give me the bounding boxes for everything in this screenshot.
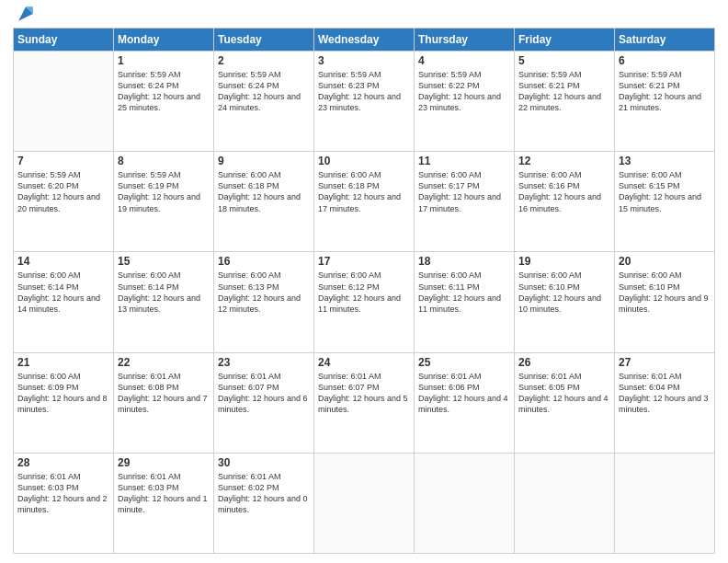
day-info: Sunrise: 6:00 AM Sunset: 6:10 PM Dayligh…	[518, 270, 601, 313]
day-info: Sunrise: 5:59 AM Sunset: 6:24 PM Dayligh…	[118, 70, 200, 112]
day-info: Sunrise: 6:01 AM Sunset: 6:05 PM Dayligh…	[518, 372, 609, 414]
calendar-cell: 8 Sunrise: 5:59 AM Sunset: 6:19 PM Dayli…	[114, 152, 214, 252]
calendar-cell: 17 Sunrise: 6:00 AM Sunset: 6:12 PM Dayl…	[314, 252, 415, 352]
day-info: Sunrise: 6:00 AM Sunset: 6:09 PM Dayligh…	[17, 372, 108, 414]
calendar-week-2: 7 Sunrise: 5:59 AM Sunset: 6:20 PM Dayli…	[14, 152, 715, 252]
day-number: 14	[17, 255, 109, 268]
day-info: Sunrise: 5:59 AM Sunset: 6:21 PM Dayligh…	[518, 70, 601, 112]
day-info: Sunrise: 6:00 AM Sunset: 6:14 PM Dayligh…	[118, 270, 200, 313]
day-number: 22	[118, 356, 210, 369]
day-info: Sunrise: 6:00 AM Sunset: 6:12 PM Dayligh…	[318, 270, 401, 313]
day-number: 27	[619, 356, 711, 369]
day-info: Sunrise: 6:01 AM Sunset: 6:04 PM Dayligh…	[619, 372, 709, 414]
calendar-cell: 15 Sunrise: 6:00 AM Sunset: 6:14 PM Dayl…	[114, 252, 214, 352]
calendar-cell: 2 Sunrise: 5:59 AM Sunset: 6:24 PM Dayli…	[214, 52, 314, 152]
day-info: Sunrise: 6:00 AM Sunset: 6:14 PM Dayligh…	[17, 270, 100, 313]
header-sunday: Sunday	[14, 29, 114, 52]
day-info: Sunrise: 6:00 AM Sunset: 6:16 PM Dayligh…	[518, 170, 601, 213]
calendar-cell	[615, 453, 715, 553]
calendar-cell: 4 Sunrise: 5:59 AM Sunset: 6:22 PM Dayli…	[415, 52, 515, 152]
day-info: Sunrise: 5:59 AM Sunset: 6:19 PM Dayligh…	[118, 170, 200, 213]
day-number: 19	[518, 255, 610, 268]
header-thursday: Thursday	[415, 29, 515, 52]
calendar-cell: 7 Sunrise: 5:59 AM Sunset: 6:20 PM Dayli…	[14, 152, 114, 252]
day-number: 8	[118, 155, 210, 167]
day-info: Sunrise: 6:00 AM Sunset: 6:10 PM Dayligh…	[619, 270, 709, 313]
day-info: Sunrise: 6:01 AM Sunset: 6:06 PM Dayligh…	[418, 372, 508, 414]
day-info: Sunrise: 6:01 AM Sunset: 6:07 PM Dayligh…	[318, 372, 408, 414]
weekday-header-row: Sunday Monday Tuesday Wednesday Thursday…	[14, 29, 715, 52]
calendar-week-4: 21 Sunrise: 6:00 AM Sunset: 6:09 PM Dayl…	[14, 352, 715, 453]
logo	[13, 13, 36, 24]
day-info: Sunrise: 6:00 AM Sunset: 6:15 PM Dayligh…	[619, 170, 701, 213]
day-info: Sunrise: 5:59 AM Sunset: 6:22 PM Dayligh…	[418, 70, 501, 112]
calendar-cell: 28 Sunrise: 6:01 AM Sunset: 6:03 PM Dayl…	[14, 453, 114, 553]
day-number: 3	[318, 54, 410, 67]
calendar-cell: 16 Sunrise: 6:00 AM Sunset: 6:13 PM Dayl…	[214, 252, 314, 352]
day-info: Sunrise: 6:01 AM Sunset: 6:02 PM Dayligh…	[218, 472, 308, 514]
day-info: Sunrise: 6:01 AM Sunset: 6:08 PM Dayligh…	[118, 372, 208, 414]
calendar-cell	[515, 453, 615, 553]
day-info: Sunrise: 6:00 AM Sunset: 6:17 PM Dayligh…	[418, 170, 501, 213]
day-number: 9	[218, 155, 310, 167]
day-info: Sunrise: 6:00 AM Sunset: 6:11 PM Dayligh…	[418, 270, 501, 313]
day-info: Sunrise: 6:01 AM Sunset: 6:03 PM Dayligh…	[17, 472, 108, 514]
day-number: 28	[17, 456, 109, 469]
header-monday: Monday	[114, 29, 214, 52]
header-saturday: Saturday	[615, 29, 715, 52]
day-number: 6	[619, 54, 711, 67]
calendar-cell: 1 Sunrise: 5:59 AM Sunset: 6:24 PM Dayli…	[114, 52, 214, 152]
day-number: 5	[518, 54, 610, 67]
day-number: 17	[318, 255, 410, 268]
day-info: Sunrise: 6:00 AM Sunset: 6:18 PM Dayligh…	[318, 170, 401, 213]
calendar-week-3: 14 Sunrise: 6:00 AM Sunset: 6:14 PM Dayl…	[14, 252, 715, 352]
day-info: Sunrise: 6:01 AM Sunset: 6:07 PM Dayligh…	[218, 372, 308, 414]
header-wednesday: Wednesday	[314, 29, 415, 52]
calendar-cell: 6 Sunrise: 5:59 AM Sunset: 6:21 PM Dayli…	[615, 52, 715, 152]
day-info: Sunrise: 5:59 AM Sunset: 6:20 PM Dayligh…	[17, 170, 100, 213]
day-number: 13	[619, 155, 711, 167]
calendar-week-1: 1 Sunrise: 5:59 AM Sunset: 6:24 PM Dayli…	[14, 52, 715, 152]
calendar-week-5: 28 Sunrise: 6:01 AM Sunset: 6:03 PM Dayl…	[14, 453, 715, 553]
calendar-cell: 23 Sunrise: 6:01 AM Sunset: 6:07 PM Dayl…	[214, 352, 314, 453]
calendar-cell: 25 Sunrise: 6:01 AM Sunset: 6:06 PM Dayl…	[415, 352, 515, 453]
calendar-cell	[415, 453, 515, 553]
day-info: Sunrise: 6:00 AM Sunset: 6:18 PM Dayligh…	[218, 170, 301, 213]
day-number: 7	[17, 155, 109, 167]
day-number: 18	[418, 255, 510, 268]
calendar-cell	[14, 52, 114, 152]
day-number: 1	[118, 54, 210, 67]
calendar-cell: 18 Sunrise: 6:00 AM Sunset: 6:11 PM Dayl…	[415, 252, 515, 352]
day-number: 30	[218, 456, 310, 469]
day-number: 21	[17, 356, 109, 369]
calendar-table: Sunday Monday Tuesday Wednesday Thursday…	[13, 28, 715, 554]
calendar-cell: 21 Sunrise: 6:00 AM Sunset: 6:09 PM Dayl…	[14, 352, 114, 453]
header-tuesday: Tuesday	[214, 29, 314, 52]
calendar-cell: 20 Sunrise: 6:00 AM Sunset: 6:10 PM Dayl…	[615, 252, 715, 352]
day-number: 16	[218, 255, 310, 268]
day-number: 12	[518, 155, 610, 167]
day-number: 11	[418, 155, 510, 167]
page: Sunday Monday Tuesday Wednesday Thursday…	[0, 0, 728, 563]
logo-icon	[16, 4, 36, 24]
calendar-cell: 12 Sunrise: 6:00 AM Sunset: 6:16 PM Dayl…	[515, 152, 615, 252]
calendar-cell: 11 Sunrise: 6:00 AM Sunset: 6:17 PM Dayl…	[415, 152, 515, 252]
header-friday: Friday	[515, 29, 615, 52]
calendar-cell: 5 Sunrise: 5:59 AM Sunset: 6:21 PM Dayli…	[515, 52, 615, 152]
day-number: 26	[518, 356, 610, 369]
calendar-cell: 30 Sunrise: 6:01 AM Sunset: 6:02 PM Dayl…	[214, 453, 314, 553]
day-info: Sunrise: 5:59 AM Sunset: 6:23 PM Dayligh…	[318, 70, 401, 112]
day-info: Sunrise: 5:59 AM Sunset: 6:24 PM Dayligh…	[218, 70, 301, 112]
calendar-cell	[314, 453, 415, 553]
calendar-cell: 26 Sunrise: 6:01 AM Sunset: 6:05 PM Dayl…	[515, 352, 615, 453]
day-number: 15	[118, 255, 210, 268]
day-number: 20	[619, 255, 711, 268]
day-info: Sunrise: 6:01 AM Sunset: 6:03 PM Dayligh…	[118, 472, 208, 514]
day-number: 23	[218, 356, 310, 369]
calendar-cell: 14 Sunrise: 6:00 AM Sunset: 6:14 PM Dayl…	[14, 252, 114, 352]
day-number: 29	[118, 456, 210, 469]
calendar-cell: 3 Sunrise: 5:59 AM Sunset: 6:23 PM Dayli…	[314, 52, 415, 152]
calendar-cell: 13 Sunrise: 6:00 AM Sunset: 6:15 PM Dayl…	[615, 152, 715, 252]
day-number: 25	[418, 356, 510, 369]
calendar-cell: 10 Sunrise: 6:00 AM Sunset: 6:18 PM Dayl…	[314, 152, 415, 252]
